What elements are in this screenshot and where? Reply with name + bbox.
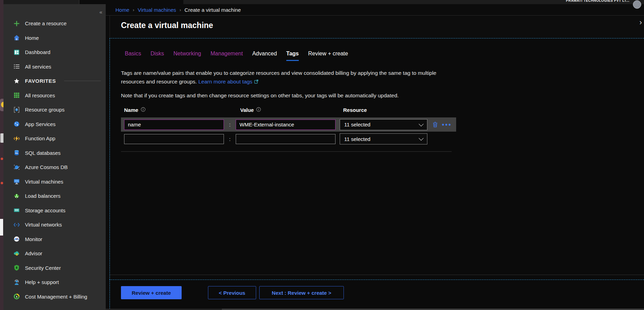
sidebar-item-label: Azure Cosmos DB	[25, 164, 68, 170]
sidebar-item-label: Resource groups	[25, 107, 64, 113]
breadcrumb-current: Create a virtual machine	[184, 7, 241, 13]
sidebar-item-sql-databases[interactable]: SQL SQL databases	[3, 146, 106, 160]
tag-value-input[interactable]	[236, 134, 336, 144]
function-app-icon	[13, 135, 20, 142]
sidebar: « Create a resource Home Dashboard All s…	[3, 4, 106, 310]
sidebar-item-label: App Services	[25, 121, 55, 127]
sidebar-item-label: Security Center	[25, 265, 61, 271]
external-link-icon	[254, 79, 259, 85]
column-header-name: Name	[124, 107, 138, 113]
sidebar-item-cost-management-billing[interactable]: $ Cost Management + Billing	[3, 290, 106, 304]
sidebar-item-azure-cosmos-db[interactable]: Azure Cosmos DB	[3, 160, 106, 175]
tab-disks[interactable]: Disks	[150, 51, 164, 60]
sql-databases-icon: SQL	[13, 149, 20, 156]
azure-portal-screen: PRAMATI TECHNOLOGIES PVT LT... « Create …	[0, 0, 644, 310]
page-title: Create a virtual machine	[121, 21, 213, 30]
tag-name-input[interactable]	[124, 134, 224, 144]
os-dock-edge	[0, 0, 3, 310]
learn-more-link[interactable]: Learn more about tags	[198, 79, 252, 85]
storage-accounts-icon	[13, 207, 20, 214]
dashboard-icon	[13, 49, 20, 56]
tags-table-header: Name Value Resource	[121, 107, 644, 113]
tag-value-input[interactable]	[236, 119, 336, 130]
column-header-value: Value	[240, 107, 254, 113]
top-search-box[interactable]	[79, 0, 183, 4]
sidebar-item-all-resources[interactable]: All resources	[3, 88, 106, 103]
sidebar-item-app-services[interactable]: App Services	[3, 117, 106, 132]
sidebar-item-function-app[interactable]: Function App	[3, 131, 106, 146]
virtual-networks-icon	[13, 221, 20, 228]
sidebar-item-virtual-networks[interactable]: Virtual networks	[3, 218, 106, 232]
chevron-down-icon	[419, 121, 424, 126]
resource-groups-icon	[13, 106, 20, 113]
cost-management-icon: $	[13, 293, 20, 300]
tab-tags[interactable]: Tags	[286, 51, 299, 61]
sidebar-item-dashboard[interactable]: Dashboard	[3, 45, 106, 60]
resource-dropdown[interactable]: 11 selected	[340, 133, 427, 144]
all-services-icon	[13, 63, 20, 70]
load-balancers-icon	[13, 193, 20, 200]
delete-row-button[interactable]	[432, 121, 438, 128]
sidebar-item-label: All resources	[25, 92, 55, 98]
sidebar-item-label: Virtual machines	[25, 179, 63, 185]
virtual-machines-icon	[13, 178, 20, 185]
sidebar-item-label: Dashboard	[25, 49, 50, 55]
sidebar-item-monitor[interactable]: Monitor	[3, 232, 106, 247]
dock-app-icon	[0, 133, 3, 143]
tag-name-input[interactable]	[124, 119, 224, 130]
sidebar-collapse-icon[interactable]: «	[99, 9, 102, 15]
chevron-down-icon	[419, 136, 424, 141]
sidebar-item-resource-groups[interactable]: Resource groups	[3, 103, 106, 117]
dock-notification-dot	[1, 158, 3, 160]
tab-advanced[interactable]: Advanced	[252, 51, 277, 60]
horizontal-scrollbar-thumb[interactable]	[222, 309, 644, 310]
info-icon[interactable]	[256, 107, 261, 113]
sidebar-item-label: Storage accounts	[25, 207, 66, 213]
all-resources-icon	[13, 92, 20, 99]
breadcrumb-link-virtual-machines[interactable]: Virtual machines	[138, 7, 176, 13]
row-more-options-button[interactable]	[442, 123, 451, 126]
tag-row-2: : 11 selected	[121, 133, 456, 144]
portal-top-bar: PRAMATI TECHNOLOGIES PVT LT...	[3, 0, 644, 4]
help-support-icon	[13, 279, 20, 286]
tab-review-create[interactable]: Review + create	[308, 51, 348, 60]
sidebar-item-label: Help + support	[25, 279, 59, 285]
account-avatar[interactable]	[633, 0, 641, 9]
sidebar-item-all-services[interactable]: All services	[3, 60, 106, 74]
sidebar-item-virtual-machines[interactable]: Virtual machines	[3, 175, 106, 189]
wizard-tabs: Basics Disks Networking Management Advan…	[125, 51, 644, 61]
pane-scroll-right-icon[interactable]: ›	[639, 18, 642, 27]
sidebar-item-home[interactable]: Home	[3, 31, 106, 45]
favorites-divider	[64, 81, 101, 81]
azure-cosmos-db-icon	[13, 164, 20, 171]
monitor-icon	[13, 236, 20, 242]
resource-dropdown[interactable]: 11 selected	[340, 119, 427, 130]
sidebar-item-load-balancers[interactable]: Load balancers	[3, 189, 106, 203]
previous-button[interactable]: < Previous	[208, 286, 256, 299]
tenant-name[interactable]: PRAMATI TECHNOLOGIES PVT LT...	[566, 0, 629, 2]
tab-basics[interactable]: Basics	[125, 51, 141, 60]
advisor-icon	[13, 250, 20, 257]
sidebar-item-help-support[interactable]: Help + support	[3, 275, 106, 290]
sidebar-favorites-header: FAVORITES	[3, 74, 106, 88]
info-icon[interactable]	[141, 107, 146, 113]
breadcrumb-separator-icon: ›	[129, 7, 138, 12]
sidebar-item-advisor[interactable]: Advisor	[3, 246, 106, 261]
star-icon	[13, 78, 20, 85]
sidebar-item-label: Function App	[25, 135, 55, 141]
sidebar-item-storage-accounts[interactable]: Storage accounts	[3, 203, 106, 218]
horizontal-scrollbar[interactable]	[106, 309, 644, 310]
dock-app-icon	[0, 219, 3, 236]
dock-notification-dot	[1, 182, 3, 184]
region-highlight-overlay-bottom	[110, 280, 644, 280]
tag-colon: :	[224, 136, 236, 142]
sidebar-item-create-a-resource[interactable]: Create a resource	[3, 16, 106, 31]
tab-management[interactable]: Management	[210, 51, 243, 60]
tab-networking[interactable]: Networking	[173, 51, 201, 60]
sidebar-item-label: Cost Management + Billing	[25, 294, 87, 300]
next-button[interactable]: Next : Review + create >	[259, 286, 344, 299]
security-center-icon	[13, 264, 20, 271]
breadcrumb-link-home[interactable]: Home	[115, 7, 129, 13]
sidebar-item-security-center[interactable]: Security Center	[3, 261, 106, 275]
review-create-button[interactable]: Review + create	[121, 286, 182, 299]
